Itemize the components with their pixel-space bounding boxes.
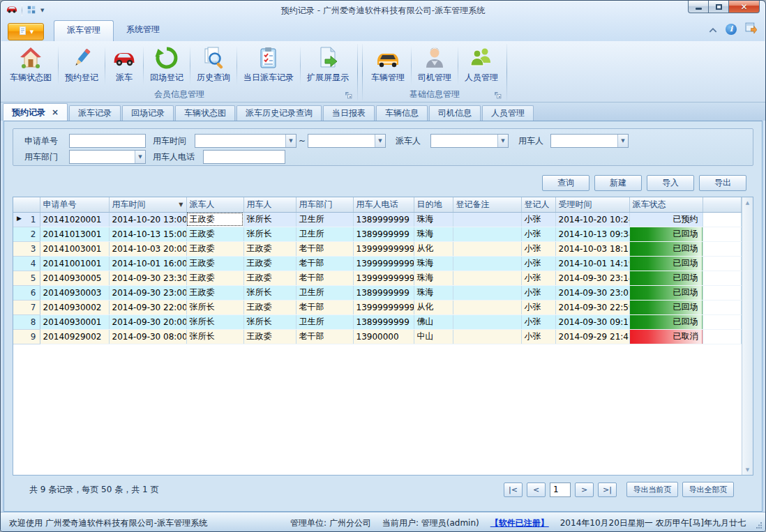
cell-dept[interactable]: 老干部: [296, 329, 353, 344]
cell-accept_time[interactable]: 2014-09-29 21:47: [555, 329, 629, 344]
cell-status[interactable]: 已回场: [629, 285, 703, 300]
doc-tab-personnel-management[interactable]: 人员管理: [482, 105, 534, 121]
cell-remark[interactable]: [453, 285, 521, 300]
cell-use_time[interactable]: 2014-10-20 13:00: [109, 212, 186, 227]
cell-registrar[interactable]: 小张: [521, 329, 555, 344]
column-header-dept[interactable]: 用车部门: [296, 197, 353, 212]
column-header-remark[interactable]: 登记备注: [453, 197, 521, 212]
cell-dept[interactable]: 卫生所: [296, 314, 353, 329]
cell-user[interactable]: 王政委: [243, 256, 296, 271]
export-all-pages-button[interactable]: 导出全部页: [682, 482, 734, 497]
cell-user[interactable]: 张所长: [243, 212, 296, 227]
column-header-destination[interactable]: 目的地: [414, 197, 453, 212]
table-row[interactable]: 8201409300012014-09-30 20:00张所长张所长卫生所138…: [13, 314, 742, 329]
cell-user[interactable]: 王政委: [243, 271, 296, 285]
cell-dept[interactable]: 老干部: [296, 256, 353, 271]
export-current-page-button[interactable]: 导出当前页: [626, 482, 678, 497]
ribbon-button-today-dispatch-records[interactable]: 当日派车记录: [237, 43, 300, 89]
table-row[interactable]: 7201409300022014-09-30 22:00张所长王政委老干部139…: [13, 300, 742, 314]
column-header-use_time[interactable]: 用车时间▼: [109, 197, 186, 212]
cell-dispatcher[interactable]: 王政委: [186, 227, 243, 241]
cell-remark[interactable]: [453, 227, 521, 241]
doc-tab-reservation-records[interactable]: 预约记录×: [3, 103, 68, 121]
cell-dispatcher[interactable]: 王政委: [186, 285, 243, 300]
cell-destination[interactable]: 佛山: [414, 314, 453, 329]
application-menu-button[interactable]: ▼: [8, 23, 44, 40]
cell-destination[interactable]: 珠海: [414, 285, 453, 300]
cell-registrar[interactable]: 小张: [521, 285, 555, 300]
cell-use_time[interactable]: 2014-10-13 15:00: [109, 227, 186, 241]
ribbon-button-vehicle-status-map[interactable]: 车辆状态图: [3, 43, 58, 89]
vertical-scrollbar[interactable]: ▲ ▼: [742, 197, 753, 475]
cell-status[interactable]: 已取消: [629, 329, 703, 344]
cell-dispatcher[interactable]: 王政委: [186, 271, 243, 285]
cell-accept_time[interactable]: 2014-09-30 22:59: [555, 300, 629, 314]
order-no-input[interactable]: [69, 134, 146, 148]
cell-dispatcher[interactable]: 张所长: [186, 314, 243, 329]
table-row[interactable]: 2201410130012014-10-13 15:00王政委张所长卫生所138…: [13, 227, 742, 241]
import-button[interactable]: 导入: [647, 175, 694, 191]
cell-order_no[interactable]: 20140930003: [40, 285, 109, 300]
cell-accept_time[interactable]: 2014-10-01 14:19: [555, 256, 629, 271]
cell-dispatcher[interactable]: 张所长: [186, 329, 243, 344]
cell-use_time[interactable]: 2014-09-30 08:00: [109, 329, 186, 344]
chevron-down-icon[interactable]: ▼: [497, 135, 508, 147]
row-header-cell[interactable]: 2: [13, 227, 40, 241]
cell-remark[interactable]: [453, 300, 521, 314]
column-header-dispatcher[interactable]: 派车人: [186, 197, 243, 212]
doc-tab-return-records[interactable]: 回场记录: [122, 105, 174, 121]
cell-dispatcher[interactable]: 王政委: [186, 212, 243, 227]
scroll-down-icon[interactable]: ▼: [742, 464, 753, 475]
cell-destination[interactable]: 珠海: [414, 256, 453, 271]
dispatcher-combobox[interactable]: ▼: [430, 134, 509, 148]
cell-dept[interactable]: 老干部: [296, 241, 353, 256]
scroll-up-icon[interactable]: ▲: [742, 197, 753, 208]
info-icon[interactable]: i: [726, 24, 737, 35]
ribbon-tab-system-management[interactable]: 系统管理: [114, 20, 172, 41]
ribbon-button-history-query[interactable]: 历史查询: [190, 43, 236, 89]
minimize-button[interactable]: [688, 1, 708, 13]
cell-status[interactable]: 已回场: [629, 300, 703, 314]
cell-destination[interactable]: 中山: [414, 329, 453, 344]
ribbon-button-dispatch[interactable]: 派车: [105, 43, 143, 89]
table-row[interactable]: 5201409300052014-09-30 23:30王政委王政委老干部139…: [13, 271, 742, 285]
table-row[interactable]: 6201409300032014-09-30 23:00王政委张所长卫生所138…: [13, 285, 742, 300]
cell-user[interactable]: 张所长: [243, 314, 296, 329]
cell-phone[interactable]: 1389999999: [353, 285, 414, 300]
cell-phone[interactable]: 1389999999: [353, 227, 414, 241]
page-number-input[interactable]: [550, 482, 571, 497]
cell-status[interactable]: 已回场: [629, 227, 703, 241]
export-button[interactable]: 导出: [699, 175, 746, 191]
cell-remark[interactable]: [453, 314, 521, 329]
cell-dept[interactable]: 老干部: [296, 300, 353, 314]
use-time-from-combobox[interactable]: ▼: [195, 134, 296, 148]
resize-grip[interactable]: [756, 521, 763, 531]
cell-dispatcher[interactable]: 张所长: [186, 300, 243, 314]
close-button[interactable]: ✕: [728, 1, 760, 13]
doc-tab-dispatch-records[interactable]: 派车记录: [69, 105, 121, 121]
cell-registrar[interactable]: 小张: [521, 241, 555, 256]
column-header-registrar[interactable]: 登记人: [521, 197, 555, 212]
license-registered-link[interactable]: 【软件已注册】: [490, 517, 549, 529]
cell-destination[interactable]: 珠海: [414, 212, 453, 227]
row-header-cell[interactable]: 4: [13, 256, 40, 271]
cell-status[interactable]: 已预约: [629, 212, 703, 227]
cell-dispatcher[interactable]: 王政委: [186, 241, 243, 256]
ribbon-button-extended-screen[interactable]: 扩展屏显示: [301, 43, 355, 89]
cell-dept[interactable]: 老干部: [296, 271, 353, 285]
column-header-phone[interactable]: 用车人电话: [353, 197, 414, 212]
first-page-button[interactable]: |<: [504, 482, 523, 497]
quick-access-dropdown-icon[interactable]: ▼: [40, 8, 44, 13]
doc-tab-dispatch-history-query[interactable]: 派车历史记录查询: [236, 105, 322, 121]
column-header-accept_time[interactable]: 受理时间: [555, 197, 629, 212]
cell-phone[interactable]: 1389999999: [353, 314, 414, 329]
cell-status[interactable]: 已回场: [629, 241, 703, 256]
cell-destination[interactable]: 珠海: [414, 271, 453, 285]
cell-use_time[interactable]: 2014-10-03 20:00: [109, 241, 186, 256]
row-header-cell[interactable]: 6: [13, 285, 40, 300]
cell-user[interactable]: 王政委: [243, 241, 296, 256]
cell-registrar[interactable]: 小张: [521, 256, 555, 271]
cell-use_time[interactable]: 2014-10-01 16:00: [109, 256, 186, 271]
cell-remark[interactable]: [453, 271, 521, 285]
cell-phone[interactable]: 13999999999: [353, 241, 414, 256]
